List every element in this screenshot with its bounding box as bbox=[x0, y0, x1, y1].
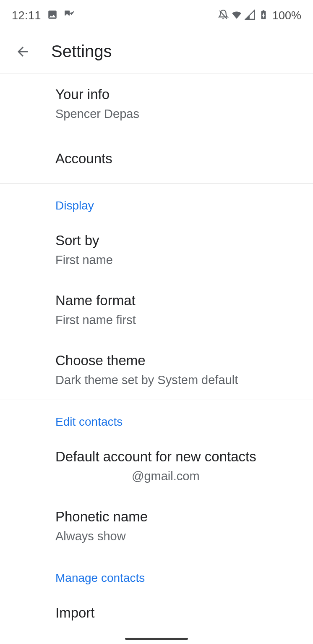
status-time: 12:11 bbox=[12, 9, 41, 22]
app-bar: Settings bbox=[0, 29, 313, 74]
settings-list: Your info Spencer Depas Accounts Display… bbox=[0, 74, 313, 626]
item-subtitle: First name bbox=[55, 252, 301, 268]
item-title: Sort by bbox=[55, 232, 301, 250]
nav-handle[interactable] bbox=[125, 638, 188, 640]
status-right: 100% bbox=[218, 9, 301, 22]
cell-signal-icon bbox=[245, 9, 256, 22]
item-title: Default account for new contacts bbox=[55, 448, 301, 466]
item-subtitle: First name first bbox=[55, 312, 301, 328]
section-edit-contacts: Edit contacts bbox=[55, 400, 301, 436]
choose-theme-item[interactable]: Choose theme Dark theme set by System de… bbox=[55, 340, 301, 400]
notifications-off-icon bbox=[218, 9, 229, 22]
item-subtitle: Dark theme set by System default bbox=[55, 372, 301, 388]
wifi-icon bbox=[231, 9, 242, 22]
battery-charging-icon bbox=[258, 9, 269, 22]
picture-icon bbox=[47, 9, 58, 22]
item-subtitle: Spencer Depas bbox=[55, 106, 301, 122]
item-title: Accounts bbox=[55, 150, 301, 168]
section-display: Display bbox=[55, 184, 301, 220]
status-left: 12:11 bbox=[12, 9, 75, 22]
section-manage-contacts: Manage contacts bbox=[55, 556, 301, 592]
item-title: Phonetic name bbox=[55, 508, 301, 526]
phonetic-name-item[interactable]: Phonetic name Always show bbox=[55, 496, 301, 556]
import-item[interactable]: Import bbox=[55, 592, 301, 626]
item-subtitle: @gmail.com bbox=[55, 469, 301, 484]
item-title: Choose theme bbox=[55, 352, 301, 370]
item-title: Name format bbox=[55, 292, 301, 310]
accounts-item[interactable]: Accounts bbox=[55, 134, 301, 184]
item-subtitle: Always show bbox=[55, 529, 301, 545]
your-info-item[interactable]: Your info Spencer Depas bbox=[55, 74, 301, 134]
item-title: Your info bbox=[55, 86, 301, 104]
status-bar: 12:11 100% bbox=[0, 0, 313, 29]
back-button[interactable] bbox=[14, 43, 31, 60]
battery-text: 100% bbox=[272, 9, 301, 22]
item-title: Import bbox=[55, 604, 301, 622]
checkmark-icon bbox=[64, 9, 75, 22]
name-format-item[interactable]: Name format First name first bbox=[55, 280, 301, 340]
default-account-item[interactable]: Default account for new contacts @gmail.… bbox=[55, 436, 301, 496]
sort-by-item[interactable]: Sort by First name bbox=[55, 220, 301, 280]
page-title: Settings bbox=[51, 42, 112, 61]
